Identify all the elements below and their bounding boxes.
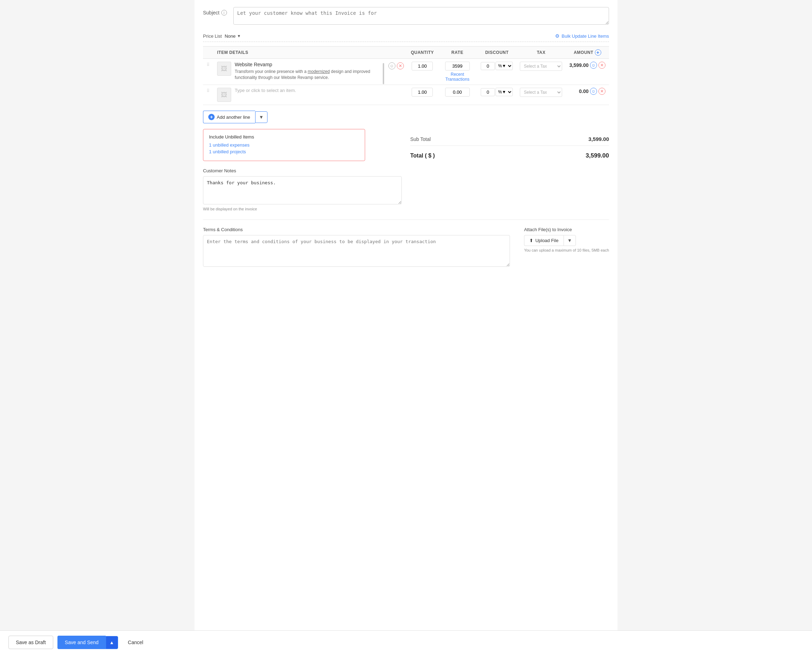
save-send-group: Save and Send ▲ — [57, 636, 118, 649]
customer-notes-hint: Will be displayed on the invoice — [203, 207, 402, 211]
upload-dropdown-button[interactable]: ▼ — [564, 235, 576, 246]
subtotal-value: 3,599.00 — [589, 136, 609, 142]
save-send-button[interactable]: Save and Send — [57, 636, 106, 649]
save-send-chevron-button[interactable]: ▲ — [106, 636, 118, 649]
rate-input-1[interactable]: 3599 — [445, 62, 470, 70]
amount-value-2: 0.00 — [579, 89, 589, 94]
discount-input-1[interactable] — [481, 62, 495, 70]
attach-section: Attach File(s) to Invoice ⬆ Upload File … — [524, 227, 609, 252]
unbilled-title: Include Unbilled Items — [209, 134, 359, 139]
unbilled-items-box: Include Unbilled Items 1 unbilled expens… — [203, 129, 365, 161]
subject-label: Subject i — [203, 7, 228, 15]
customer-notes-label: Customer Notes — [203, 168, 402, 173]
col-tax: TAX — [516, 46, 566, 59]
bulk-update-button[interactable]: ⚙ Bulk Update Line Items — [555, 33, 609, 39]
total-value: 3,599.00 — [586, 152, 609, 159]
line-items-table: ITEM DETAILS QUANTITY RATE DISCOUNT TAX … — [203, 46, 609, 105]
drag-handle-icon[interactable]: ⠿ — [206, 59, 210, 67]
image-icon: 🖼 — [221, 91, 227, 99]
subject-info-icon[interactable]: i — [221, 10, 227, 15]
terms-conditions-section: Terms & Conditions — [203, 227, 510, 268]
pricelist-value: None — [225, 34, 235, 39]
pricelist-select[interactable]: None ▼ — [225, 34, 241, 39]
item-name[interactable]: Website Revamp — [235, 62, 381, 67]
terms-label: Terms & Conditions — [203, 227, 510, 232]
unbilled-expenses-link[interactable]: 1 unbilled expenses — [209, 142, 359, 148]
terms-textarea[interactable] — [203, 235, 510, 267]
discount-type-select-1[interactable]: %▼ — [495, 62, 513, 70]
bulk-update-label: Bulk Update Line Items — [562, 34, 609, 39]
totals-section: Sub Total 3,599.00 Total ( $ ) 3,599.00 — [410, 129, 609, 211]
add-line-label: Add another line — [217, 115, 250, 120]
rate-input-2[interactable] — [445, 88, 470, 96]
total-label: Total ( $ ) — [410, 153, 435, 159]
col-item-details: ITEM DETAILS — [214, 46, 407, 59]
recent-transactions-link-1[interactable]: Recent Transactions — [441, 72, 474, 82]
quantity-input-2[interactable] — [411, 88, 433, 96]
quantity-input-1[interactable]: 1.00 — [411, 62, 433, 70]
drag-handle-icon[interactable]: ⠿ — [206, 85, 210, 93]
tax-select-2[interactable]: Select a Tax — [520, 88, 562, 97]
item-remove-button[interactable]: ✕ — [397, 63, 404, 69]
discount-input-2[interactable] — [481, 88, 495, 96]
upload-label: Upload File — [535, 238, 558, 243]
col-quantity: QUANTITY — [407, 46, 437, 59]
pricelist-label: Price List — [203, 34, 222, 39]
col-discount: DISCOUNT — [477, 46, 516, 59]
attach-label: Attach File(s) to Invoice — [524, 227, 609, 232]
subtotal-label: Sub Total — [410, 136, 431, 142]
amount-value-1: 3,599.00 — [569, 63, 589, 68]
footer-bar: Save as Draft Save and Send ▲ Cancel — [0, 630, 812, 654]
col-amount: AMOUNT + — [566, 46, 609, 59]
amount-action-2[interactable]: ☺ — [590, 88, 597, 95]
upload-icon: ⬆ — [529, 238, 533, 243]
upload-file-button[interactable]: ⬆ Upload File — [524, 235, 564, 246]
customer-notes-section: Customer Notes Thanks for your business.… — [203, 168, 402, 211]
customer-notes-textarea[interactable]: Thanks for your business. — [203, 176, 402, 204]
save-draft-button[interactable]: Save as Draft — [8, 636, 53, 649]
subject-input[interactable] — [233, 7, 609, 24]
pricelist-chevron-icon: ▼ — [237, 34, 241, 38]
amount-remove-1[interactable]: ✕ — [598, 62, 606, 69]
amount-action-1[interactable]: ☺ — [590, 62, 597, 69]
add-column-icon[interactable]: + — [595, 49, 601, 56]
gear-icon: ⚙ — [555, 33, 560, 39]
item-description: Transform your online presence with a mo… — [235, 69, 381, 81]
tax-select-1[interactable]: Select a Tax — [520, 62, 562, 71]
item-placeholder-text[interactable]: Type or click to select an item. — [235, 88, 404, 93]
item-comment-button[interactable]: ☺ — [388, 63, 395, 69]
amount-remove-2[interactable]: ✕ — [598, 88, 606, 95]
image-icon: 🖼 — [221, 65, 227, 73]
add-line-plus-icon: + — [208, 114, 215, 120]
add-line-section: + Add another line ▼ — [203, 111, 609, 123]
table-row: ⠿ 🖼 Website Revamp Transform your online… — [203, 59, 609, 85]
add-line-button[interactable]: + Add another line — [203, 111, 255, 123]
discount-type-select-2[interactable]: %▼ — [495, 88, 513, 96]
item-thumbnail: 🖼 — [217, 62, 231, 76]
table-row: ⠿ 🖼 Type or click to select an item. — [203, 85, 609, 105]
add-line-dropdown-button[interactable]: ▼ — [255, 112, 268, 123]
col-rate: RATE — [437, 46, 477, 59]
cancel-button[interactable]: Cancel — [122, 636, 149, 649]
unbilled-projects-link[interactable]: 1 unbilled projects — [209, 149, 359, 154]
upload-hint: You can upload a maximum of 10 files, 5M… — [524, 248, 609, 252]
item-thumbnail: 🖼 — [217, 88, 231, 102]
